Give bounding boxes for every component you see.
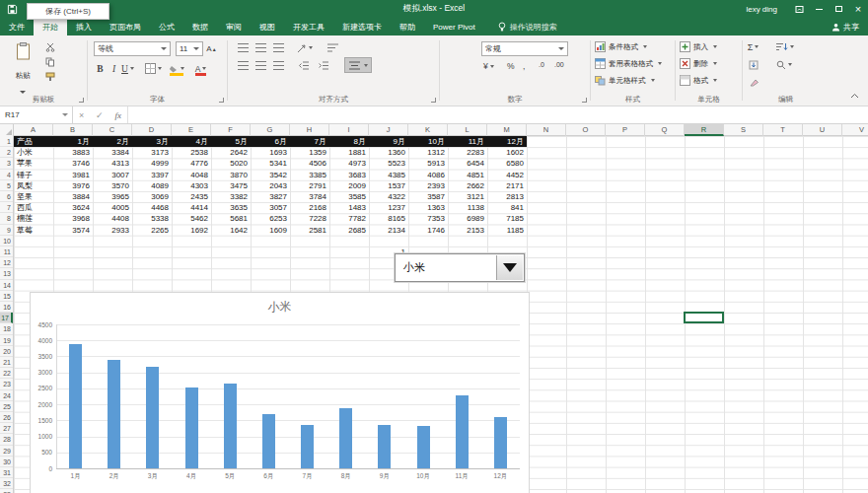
accounting-format-button[interactable]: ¥	[483, 61, 494, 71]
data-cell[interactable]: 2538	[172, 147, 211, 158]
data-cell[interactable]: 3007	[93, 170, 132, 180]
row-header-29[interactable]: 29	[0, 446, 13, 457]
tab-power-pivot[interactable]: Power Pivot	[424, 18, 484, 35]
row-header-27[interactable]: 27	[0, 423, 13, 434]
data-cell[interactable]: 4385	[369, 170, 408, 180]
align-center-icon[interactable]	[255, 61, 266, 70]
fill-button[interactable]	[747, 57, 760, 72]
data-cell[interactable]: 5341	[251, 158, 290, 169]
column-header-L[interactable]: L	[448, 124, 487, 136]
data-cell[interactable]: 4005	[93, 202, 132, 213]
row-header-12[interactable]: 12	[0, 257, 13, 268]
row-header-28[interactable]: 28	[0, 434, 13, 445]
find-select-button[interactable]	[776, 57, 792, 72]
autosum-button[interactable]: Σ	[747, 39, 760, 54]
data-cell[interactable]: 1360	[369, 147, 408, 158]
column-header-F[interactable]: F	[211, 124, 251, 136]
column-header-V[interactable]: V	[842, 124, 868, 136]
data-cell[interactable]: 3121	[448, 191, 487, 202]
data-cell[interactable]: 3542	[251, 170, 290, 180]
data-cell[interactable]: 3976	[53, 180, 93, 191]
align-left-icon[interactable]	[238, 61, 249, 70]
data-cell[interactable]: 3382	[211, 191, 251, 202]
tab-insert[interactable]: 插入	[67, 18, 101, 35]
tab-formulas[interactable]: 公式	[150, 18, 183, 35]
data-cell[interactable]: 1692	[172, 225, 211, 236]
cut-icon[interactable]	[45, 42, 57, 52]
column-header-H[interactable]: H	[290, 124, 329, 136]
alignment-dialog-launcher[interactable]	[431, 98, 436, 103]
data-cell[interactable]: 841	[487, 202, 527, 213]
increase-indent-button[interactable]	[317, 58, 329, 73]
row-header-16[interactable]: 16	[0, 302, 13, 313]
row-header-10[interactable]: 10	[0, 236, 13, 246]
data-cell[interactable]: 3968	[53, 213, 93, 224]
comma-style-button[interactable]: ,	[523, 61, 525, 71]
data-cell[interactable]: 2283	[448, 147, 487, 158]
tab-file[interactable]: 文件	[0, 18, 34, 35]
data-cell[interactable]: 6454	[448, 158, 487, 169]
sort-filter-button[interactable]	[776, 39, 794, 54]
insert-function-button[interactable]: fx	[115, 110, 122, 120]
data-cell[interactable]: 1185	[487, 225, 527, 236]
data-cell[interactable]: 2168	[290, 202, 329, 213]
data-cell[interactable]: 7353	[408, 213, 448, 224]
orientation-button[interactable]	[297, 40, 313, 55]
bold-button[interactable]: B	[94, 61, 107, 76]
data-cell[interactable]: 3883	[53, 147, 93, 158]
number-format-select[interactable]: 常规	[481, 41, 568, 56]
column-header-M[interactable]: M	[487, 124, 527, 136]
data-cell[interactable]: 4452	[487, 170, 527, 180]
product-name-cell[interactable]: 草莓	[14, 225, 53, 236]
tab-home[interactable]: 开始	[34, 18, 67, 35]
column-header-E[interactable]: E	[172, 124, 211, 136]
user-name[interactable]: lexy ding	[746, 5, 777, 14]
table-header-cell[interactable]: 3月	[132, 136, 172, 147]
tab-developer[interactable]: 开发工具	[284, 18, 333, 35]
percent-style-button[interactable]: %	[507, 61, 515, 71]
row-header-30[interactable]: 30	[0, 457, 13, 467]
data-cell[interactable]: 4048	[172, 170, 211, 180]
data-cell[interactable]: 7228	[290, 213, 329, 224]
minimize-button[interactable]	[809, 0, 829, 18]
table-header-cell[interactable]: 产品	[14, 136, 53, 147]
tab-data[interactable]: 数据	[183, 18, 217, 35]
column-header-B[interactable]: B	[53, 124, 93, 136]
column-header-K[interactable]: K	[408, 124, 448, 136]
product-name-cell[interactable]: 西瓜	[14, 202, 53, 213]
data-cell[interactable]: 4408	[93, 213, 132, 224]
italic-button[interactable]: I	[108, 61, 120, 76]
data-cell[interactable]: 3173	[132, 147, 172, 158]
data-cell[interactable]: 1746	[408, 225, 448, 236]
column-header-O[interactable]: O	[566, 124, 606, 136]
data-cell[interactable]: 3981	[53, 170, 93, 180]
conditional-formatting-button[interactable]: 条件格式	[595, 39, 647, 54]
row-header-15[interactable]: 15	[0, 291, 13, 302]
row-header-9[interactable]: 9	[0, 225, 13, 236]
data-cell[interactable]: 6253	[251, 213, 290, 224]
row-header-31[interactable]: 31	[0, 467, 13, 478]
clipboard-dialog-launcher[interactable]	[79, 98, 84, 103]
data-cell[interactable]: 1237	[369, 202, 408, 213]
data-cell[interactable]: 3574	[53, 225, 93, 236]
data-cell[interactable]: 1602	[487, 147, 527, 158]
enter-icon[interactable]: ✓	[96, 110, 104, 120]
product-name-cell[interactable]: 榴莲	[14, 213, 53, 224]
data-cell[interactable]: 6580	[487, 158, 527, 169]
data-cell[interactable]: 5462	[172, 213, 211, 224]
product-name-cell[interactable]: 凤梨	[14, 180, 53, 191]
table-header-cell[interactable]: 8月	[329, 136, 369, 147]
data-cell[interactable]: 4506	[290, 158, 329, 169]
row-header-7[interactable]: 7	[0, 202, 13, 213]
data-cell[interactable]: 7782	[329, 213, 369, 224]
selected-cell[interactable]	[684, 312, 724, 323]
data-cell[interactable]: 2153	[448, 225, 487, 236]
borders-button[interactable]	[145, 61, 162, 76]
merge-center-button[interactable]	[344, 57, 372, 73]
data-cell[interactable]: 5913	[408, 158, 448, 169]
tab-help[interactable]: 帮助	[391, 18, 424, 35]
data-cell[interactable]: 2265	[132, 225, 172, 236]
data-cell[interactable]: 4414	[172, 202, 211, 213]
data-cell[interactable]: 4313	[93, 158, 132, 169]
column-header-S[interactable]: S	[724, 124, 763, 136]
